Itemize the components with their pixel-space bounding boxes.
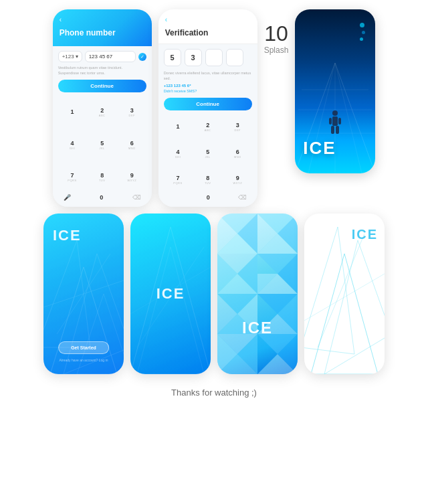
splash2-ice-label: ICE xyxy=(156,285,185,303)
key-2[interactable]: 2ABC xyxy=(88,97,116,128)
splash4-ice-label: ICE xyxy=(352,227,378,242)
svg-point-8 xyxy=(332,110,338,116)
svg-rect-9 xyxy=(332,116,338,126)
key-4[interactable]: 4GHI xyxy=(58,130,87,161)
splash-dots xyxy=(360,23,365,41)
ver-key-7[interactable]: 7PQRS xyxy=(164,168,193,193)
key-8[interactable]: 8TUV xyxy=(88,162,116,193)
ver-header: ‹ Verification xyxy=(158,9,257,44)
ver-key-9[interactable]: 9WXYZ xyxy=(223,168,252,193)
ver-key-2[interactable]: 2ABC xyxy=(193,115,222,141)
splash-label-area: 10 Splash xyxy=(264,9,289,55)
key-3[interactable]: 3DEF xyxy=(118,97,146,128)
splash-screen-2: ICE xyxy=(130,214,211,374)
svg-marker-55 xyxy=(304,227,354,354)
ver-title: Verification xyxy=(165,28,209,37)
splash-ice-text: ICE xyxy=(303,138,336,159)
key-6[interactable]: 6MNO xyxy=(118,130,146,161)
pn-hint: Vestibulum rutrum quam vitae tincidunt. … xyxy=(58,66,146,76)
code-chevron: ▾ xyxy=(76,54,78,60)
svg-rect-12 xyxy=(329,118,332,124)
ver-key-0[interactable]: 0 xyxy=(207,194,210,201)
ver-body: 5 3 Donec viverra eleifend lacus, vitae … xyxy=(158,44,257,207)
keypad: 1 2ABC 3DEF 4GHI 5JKL 6MNO 7PQRS 8TUV 9W… xyxy=(58,97,146,193)
splash-screen-3: ICE xyxy=(217,214,298,374)
svg-rect-11 xyxy=(336,126,339,134)
continue-button[interactable]: Continue xyxy=(58,80,146,92)
pn-header: ‹ Phone number xyxy=(53,9,152,46)
digit-3[interactable] xyxy=(205,49,223,66)
svg-marker-54 xyxy=(311,254,378,374)
splash-screen-1: ICE Get Started Already have an account?… xyxy=(43,214,124,374)
already-account-link[interactable]: Already have an account? Log in xyxy=(60,358,108,362)
digit-2[interactable]: 3 xyxy=(185,49,202,66)
svg-line-57 xyxy=(318,234,364,347)
pn-title: Phone number xyxy=(60,28,116,37)
pn-input-row: +123 ▾ 123 45 67 ✓ xyxy=(58,51,146,62)
ver-keypad-bottom: 0 ⌫ xyxy=(164,193,252,204)
ver-hint: Donec viverra eleifend lacus, vitae ulla… xyxy=(164,70,252,82)
footer: Thanks for watching ;) xyxy=(0,381,428,407)
phone-number-screen: ‹ Phone number +123 ▾ 123 45 67 ✓ Vestib… xyxy=(53,9,152,207)
keypad-bottom: 🎤 0 ⌫ xyxy=(58,193,146,204)
delete-icon[interactable]: ⌫ xyxy=(132,194,141,201)
key-0[interactable]: 0 xyxy=(100,194,103,201)
splash1-ice-label: ICE xyxy=(53,227,82,244)
ver-key-3[interactable]: 3DEF xyxy=(223,115,252,141)
verification-inputs: 5 3 xyxy=(164,49,252,66)
svg-marker-16 xyxy=(64,254,124,374)
resend-sms-link[interactable]: Didn't receive SMS? xyxy=(164,89,252,93)
top-row: ‹ Phone number +123 ▾ 123 45 67 ✓ Vestib… xyxy=(0,0,428,214)
key-5[interactable]: 5JKL xyxy=(88,130,116,161)
ver-keypad: 1 2ABC 3DEF 4GHI 5JKL 6MNO 7PQRS 8TUV 9W… xyxy=(164,115,252,193)
verified-number: +123 123 45 6* xyxy=(164,84,252,88)
splash-text: Splash xyxy=(264,46,289,55)
ver-key-8[interactable]: 8TUV xyxy=(193,168,222,193)
pn-body: +123 ▾ 123 45 67 ✓ Vestibulum rutrum qua… xyxy=(53,46,152,207)
digit-1[interactable]: 5 xyxy=(164,49,181,66)
svg-marker-19 xyxy=(77,294,124,374)
digit-4[interactable] xyxy=(226,49,243,66)
mic-icon[interactable]: 🎤 xyxy=(64,194,71,201)
splash-number: 10 xyxy=(264,23,288,44)
splash-screen-4: ICE xyxy=(304,214,385,374)
check-icon: ✓ xyxy=(138,53,146,61)
phone-number-field[interactable]: 123 45 67 xyxy=(85,51,136,62)
verification-screen: ‹ Verification 5 3 Donec viverra eleifen… xyxy=(158,9,257,207)
splash-photo-inner: ICE xyxy=(295,9,375,173)
ver-delete-icon[interactable]: ⌫ xyxy=(238,194,247,201)
country-code-select[interactable]: +123 ▾ xyxy=(58,51,82,62)
svg-line-18 xyxy=(43,280,124,307)
svg-rect-13 xyxy=(338,118,341,124)
key-1[interactable]: 1 xyxy=(58,97,87,128)
get-started-button[interactable]: Get Started xyxy=(58,341,109,354)
back-icon[interactable]: ‹ xyxy=(60,16,145,23)
key-7[interactable]: 7PQRS xyxy=(58,162,87,193)
ver-back-icon[interactable]: ‹ xyxy=(165,16,251,23)
key-9[interactable]: 9WXYZ xyxy=(118,162,146,193)
ver-key-5[interactable]: 5JKL xyxy=(193,141,222,167)
svg-marker-21 xyxy=(137,247,204,374)
country-code-value: +123 xyxy=(62,54,74,60)
bottom-row: ICE Get Started Already have an account?… xyxy=(0,214,428,381)
svg-rect-10 xyxy=(331,126,334,134)
ver-key-6[interactable]: 6MNO xyxy=(223,141,252,167)
ver-continue-button[interactable]: Continue xyxy=(164,98,252,110)
splash3-ice-label: ICE xyxy=(242,319,273,337)
ver-key-4[interactable]: 4GHI xyxy=(164,141,193,167)
splash-photo-screen: ICE xyxy=(295,9,375,173)
ver-key-1[interactable]: 1 xyxy=(164,115,193,141)
